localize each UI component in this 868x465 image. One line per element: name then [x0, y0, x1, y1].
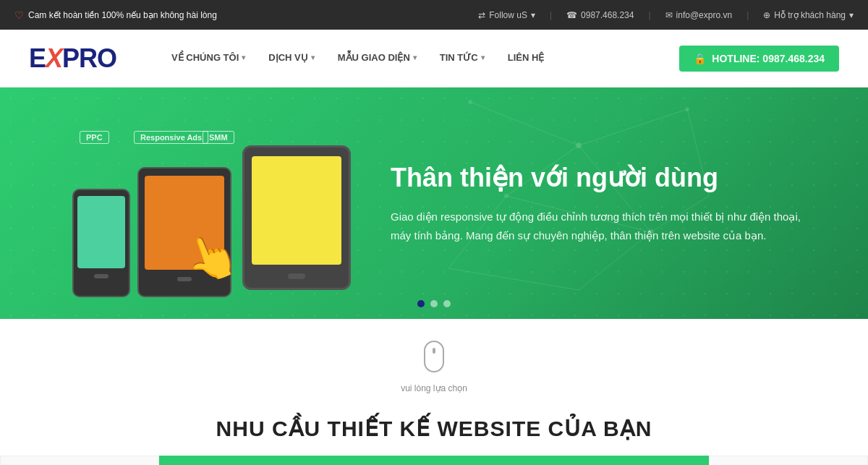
promise-text: Cam kết hoàn tiền 100% nếu bạn không hài…: [28, 10, 217, 20]
globe-icon: ⊕: [763, 10, 770, 20]
section-heading: NHU CẦU THIẾT KẾ WEBSITE CỦA BẠN: [0, 409, 868, 456]
hero-description: Giao diện responsive tự động điều chỉnh …: [391, 208, 810, 244]
phone-button: [94, 274, 109, 278]
chevron-services: ▾: [311, 54, 315, 61]
phone-icon: ☎: [566, 10, 577, 20]
card-left: Thiết kế website: [0, 456, 159, 465]
hotline-button[interactable]: 🔒 HOTLINE: 0987.468.234: [679, 46, 839, 72]
large-tablet-button: [288, 273, 305, 279]
hero-slider: PPC Responsive Ads SMM 👆 Thân t: [0, 88, 868, 319]
hero-text: Thân thiện với người dùng Giao diện resp…: [362, 162, 810, 244]
mouse-wheel: [433, 348, 435, 354]
logo-text: EXPRO: [29, 43, 116, 74]
top-bar-promise: ♡ Cam kết hoàn tiền 100% nếu bạn không h…: [14, 9, 217, 21]
logo[interactable]: EXPRO: [29, 43, 116, 74]
device-large-tablet: [242, 145, 351, 290]
divider-2: |: [648, 10, 650, 20]
divider-1: |: [550, 10, 552, 20]
chevron-news: ▾: [481, 54, 485, 61]
scroll-section: vui lòng lựa chọn: [0, 319, 868, 409]
support-item[interactable]: ⊕ Hỗ trợ khách hàng ▾: [763, 10, 854, 20]
hero-title: Thân thiện với người dùng: [391, 162, 810, 193]
nav-about[interactable]: VỀ CHÚNG TÔI ▾: [160, 30, 257, 88]
mouse-icon: [424, 341, 444, 372]
badge-smm: SMM: [203, 131, 234, 144]
top-bar: ♡ Cam kết hoàn tiền 100% nếu bạn không h…: [0, 0, 868, 30]
section-title: NHU CẦU THIẾT KẾ WEBSITE CỦA BẠN: [0, 416, 868, 441]
share-icon: ⇄: [478, 10, 485, 20]
email-item[interactable]: ✉ info@expro.vn: [665, 10, 733, 20]
chevron-about: ▾: [242, 54, 245, 61]
bottom-cards: Thiết kế website THEO YÊU CẦU RIÊNG Thiế…: [0, 456, 868, 465]
heart-icon: ♡: [14, 9, 24, 21]
divider-3: |: [746, 10, 749, 20]
chevron-templates: ▾: [413, 54, 417, 61]
badge-ppc: PPC: [80, 131, 109, 144]
card-right: Thiết kế website: [709, 456, 868, 465]
scroll-text: vui lòng lựa chọn: [401, 383, 467, 393]
card-center[interactable]: THEO YÊU CẦU RIÊNG: [159, 456, 709, 465]
logo-x: X: [46, 43, 62, 73]
header: EXPRO VỀ CHÚNG TÔI ▾ DỊCH VỤ ▾ MẪU GIAO …: [0, 30, 868, 88]
badge-responsive: Responsive Ads: [134, 131, 208, 144]
phone-item[interactable]: ☎ 0987.468.234: [566, 10, 634, 20]
follow-us[interactable]: ⇄ Follow uS ▾: [478, 10, 535, 20]
nav-news[interactable]: TIN TỨC ▾: [428, 30, 496, 88]
hero-content: PPC Responsive Ads SMM 👆 Thân t: [0, 102, 868, 304]
hero-devices: PPC Responsive Ads SMM 👆: [58, 102, 362, 304]
email-icon: ✉: [665, 10, 673, 20]
lock-icon: 🔒: [694, 53, 706, 64]
logo-e: E: [29, 43, 46, 73]
chevron-down-icon-2: ▾: [849, 10, 854, 20]
nav-templates[interactable]: MẪU GIAO DIỆN ▾: [326, 30, 428, 88]
top-bar-right: ⇄ Follow uS ▾ | ☎ 0987.468.234 | ✉ info@…: [478, 10, 854, 20]
phone-screen: [77, 196, 125, 268]
device-phone: [72, 189, 130, 297]
large-tablet-screen: [252, 156, 341, 265]
logo-pro: PRO: [62, 43, 116, 73]
nav-contact[interactable]: LIÊN HỆ: [496, 30, 556, 88]
nav-services[interactable]: DỊCH VỤ ▾: [257, 30, 326, 88]
main-nav: VỀ CHÚNG TÔI ▾ DỊCH VỤ ▾ MẪU GIAO DIỆN ▾…: [160, 30, 839, 88]
chevron-down-icon: ▾: [531, 10, 535, 20]
